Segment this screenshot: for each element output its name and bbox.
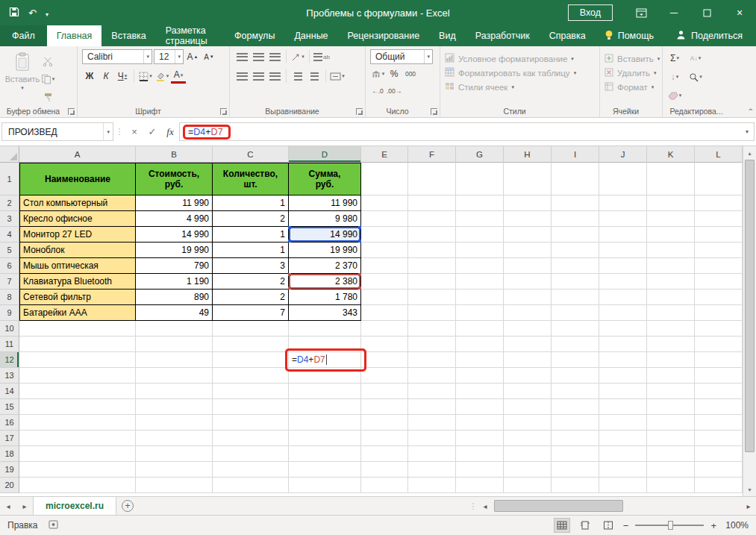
cell-K2[interactable] (647, 195, 695, 211)
cell-F17[interactable] (408, 431, 456, 446)
cell-K17[interactable] (647, 431, 695, 446)
fill-button[interactable]: ↓▾ (667, 69, 682, 84)
expand-formula-bar-icon[interactable]: ▾ (740, 128, 754, 135)
cell-K14[interactable] (647, 384, 695, 399)
cell-L2[interactable] (695, 195, 743, 211)
cell-L10[interactable] (695, 321, 743, 337)
cell-C4[interactable]: 1 (213, 227, 289, 243)
underline-button[interactable]: Ч▾ (115, 69, 130, 84)
cell-I5[interactable] (552, 243, 599, 258)
cell-H17[interactable] (504, 431, 552, 446)
cell-J20[interactable] (599, 478, 647, 493)
cell-G15[interactable] (456, 399, 504, 415)
cell-L17[interactable] (695, 431, 743, 446)
cell-K4[interactable] (647, 227, 695, 243)
range-handle[interactable] (358, 287, 361, 290)
range-handle[interactable] (358, 226, 361, 229)
tab-data[interactable]: Данные (284, 25, 337, 46)
cell-H9[interactable] (504, 305, 552, 321)
decrease-indent-icon[interactable] (290, 69, 305, 84)
cell-C14[interactable] (213, 384, 289, 399)
cell-F20[interactable] (408, 478, 456, 493)
comma-style-button[interactable]: 000 (403, 66, 418, 81)
cell-L5[interactable] (695, 243, 743, 258)
cell-C1[interactable]: Количество, шт. (213, 163, 289, 195)
cell-E1[interactable] (361, 163, 408, 195)
cell-J1[interactable] (599, 163, 647, 195)
cell-G7[interactable] (456, 274, 504, 290)
tabbar-splitter[interactable]: ⋮ (469, 501, 478, 511)
font-color-icon[interactable]: А▾ (171, 69, 186, 84)
row-header-16[interactable]: 16 (0, 415, 19, 431)
vertical-scrollbar-thumb[interactable] (745, 160, 755, 452)
cell-J10[interactable] (599, 321, 647, 337)
row-header-1[interactable]: 1 (0, 163, 19, 195)
cell-B1[interactable]: Стоимость, руб. (136, 163, 213, 195)
cell-F14[interactable] (408, 384, 456, 399)
cell-A2[interactable]: Стол компьютерный (19, 195, 136, 211)
borders-icon[interactable]: ▾ (138, 69, 153, 84)
cell-G2[interactable] (456, 195, 504, 211)
cell-F13[interactable] (408, 368, 456, 384)
cell-I15[interactable] (552, 399, 599, 415)
cell-J2[interactable] (599, 195, 647, 211)
cell-B16[interactable] (136, 415, 213, 431)
cell-F1[interactable] (408, 163, 456, 195)
cell-A19[interactable] (19, 462, 136, 478)
cell-J11[interactable] (599, 337, 647, 352)
page-break-view-icon[interactable] (600, 518, 616, 533)
cell-G17[interactable] (456, 431, 504, 446)
sign-in-button[interactable]: Вход (568, 4, 613, 21)
scroll-up-icon[interactable]: ▴ (743, 146, 756, 160)
cell-G20[interactable] (456, 478, 504, 493)
cell-B17[interactable] (136, 431, 213, 446)
cell-I19[interactable] (552, 462, 599, 478)
cell-E8[interactable] (361, 290, 408, 305)
cell-F12[interactable] (408, 352, 456, 368)
cell-A12[interactable] (19, 352, 136, 368)
save-icon[interactable] (9, 7, 19, 19)
cell-E19[interactable] (361, 462, 408, 478)
cell-E15[interactable] (361, 399, 408, 415)
minimize-button[interactable]: ─ (657, 0, 690, 25)
cell-D18[interactable] (289, 446, 361, 462)
cell-L9[interactable] (695, 305, 743, 321)
cell-E9[interactable] (361, 305, 408, 321)
cell-A20[interactable] (19, 478, 136, 493)
name-box[interactable]: ПРОИЗВЕД ▾ (1, 122, 113, 141)
cell-G6[interactable] (456, 258, 504, 274)
range-handle[interactable] (358, 273, 361, 276)
autosum-button[interactable]: Σ▾ (667, 51, 682, 66)
cell-A11[interactable] (19, 337, 136, 352)
cell-A15[interactable] (19, 399, 136, 415)
column-header-H[interactable]: H (504, 146, 552, 163)
decrease-decimal-button[interactable]: .00→ (387, 84, 402, 98)
cell-K18[interactable] (647, 446, 695, 462)
cell-B11[interactable] (136, 337, 213, 352)
cell-C9[interactable]: 7 (213, 305, 289, 321)
cell-E10[interactable] (361, 321, 408, 337)
cell-I11[interactable] (552, 337, 599, 352)
range-handle[interactable] (288, 240, 291, 243)
cell-L13[interactable] (695, 368, 743, 384)
cell-D12[interactable]: =D4+D7 (289, 352, 361, 368)
cell-H4[interactable] (504, 227, 552, 243)
fill-color-icon[interactable]: ▾ (154, 69, 169, 84)
column-header-B[interactable]: B (136, 146, 213, 163)
cell-L6[interactable] (695, 258, 743, 274)
cell-G18[interactable] (456, 446, 504, 462)
delete-cells-button[interactable]: Удалить▾ (605, 66, 659, 80)
cell-B5[interactable]: 19 990 (136, 243, 213, 258)
macro-record-icon[interactable] (49, 520, 58, 531)
find-select-button[interactable]: ▾ (688, 69, 703, 84)
sheet-tab-microexcel[interactable]: microexcel.ru (33, 497, 116, 515)
next-sheet-icon[interactable]: ▸ (16, 497, 33, 515)
row-header-14[interactable]: 14 (0, 384, 19, 399)
align-top-icon[interactable] (234, 49, 249, 64)
clear-button[interactable]: ▾ (667, 88, 682, 103)
cell-L4[interactable] (695, 227, 743, 243)
cell-L20[interactable] (695, 478, 743, 493)
confirm-entry-icon[interactable]: ✓ (143, 122, 161, 141)
increase-decimal-button[interactable]: ←.0 (370, 84, 385, 98)
new-sheet-button[interactable]: + (116, 497, 139, 515)
